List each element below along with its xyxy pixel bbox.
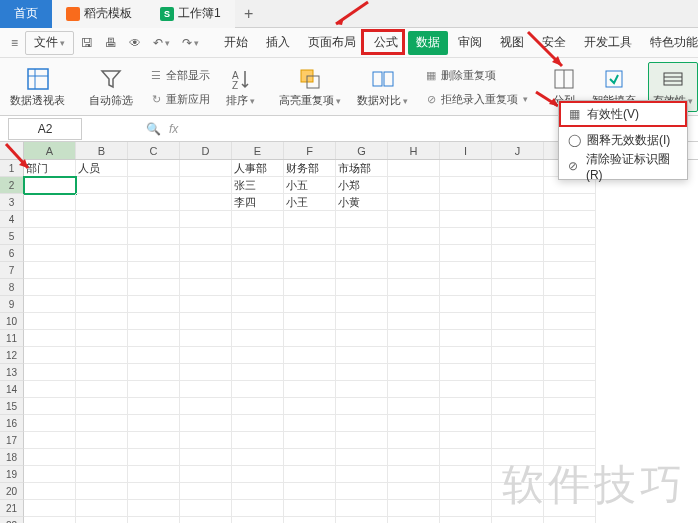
cell-E14[interactable] <box>232 381 284 398</box>
cell-B13[interactable] <box>76 364 128 381</box>
cell-F10[interactable] <box>284 313 336 330</box>
cell-H5[interactable] <box>388 228 440 245</box>
cell-C9[interactable] <box>128 296 180 313</box>
cell-J6[interactable] <box>492 245 544 262</box>
cell-D8[interactable] <box>180 279 232 296</box>
cell-C22[interactable] <box>128 517 180 523</box>
cell-F17[interactable] <box>284 432 336 449</box>
cell-F12[interactable] <box>284 347 336 364</box>
cell-E8[interactable] <box>232 279 284 296</box>
cell-D14[interactable] <box>180 381 232 398</box>
cell-K17[interactable] <box>544 432 596 449</box>
cell-A1[interactable]: 部门 <box>24 160 76 177</box>
dd-circle-invalid[interactable]: ◯ 圈释无效数据(I) <box>559 127 687 153</box>
cell-D13[interactable] <box>180 364 232 381</box>
cell-A13[interactable] <box>24 364 76 381</box>
cell-J4[interactable] <box>492 211 544 228</box>
cell-I12[interactable] <box>440 347 492 364</box>
menu-print-icon[interactable]: 🖶 <box>100 31 122 55</box>
cell-C17[interactable] <box>128 432 180 449</box>
cell-K4[interactable] <box>544 211 596 228</box>
cell-B6[interactable] <box>76 245 128 262</box>
cell-C4[interactable] <box>128 211 180 228</box>
cell-F3[interactable]: 小王 <box>284 194 336 211</box>
cell-E5[interactable] <box>232 228 284 245</box>
dd-validity[interactable]: ▦ 有效性(V) <box>559 101 687 127</box>
cell-H11[interactable] <box>388 330 440 347</box>
cell-D3[interactable] <box>180 194 232 211</box>
cell-J15[interactable] <box>492 398 544 415</box>
cell-J7[interactable] <box>492 262 544 279</box>
cell-A7[interactable] <box>24 262 76 279</box>
col-header-A[interactable]: A <box>24 142 76 159</box>
cell-I2[interactable] <box>440 177 492 194</box>
cell-C7[interactable] <box>128 262 180 279</box>
row-header-20[interactable]: 20 <box>0 483 24 500</box>
col-header-D[interactable]: D <box>180 142 232 159</box>
cell-B12[interactable] <box>76 347 128 364</box>
cell-J12[interactable] <box>492 347 544 364</box>
cell-G20[interactable] <box>336 483 388 500</box>
cell-A16[interactable] <box>24 415 76 432</box>
cell-C14[interactable] <box>128 381 180 398</box>
cell-B15[interactable] <box>76 398 128 415</box>
cell-G21[interactable] <box>336 500 388 517</box>
cell-I6[interactable] <box>440 245 492 262</box>
cell-A15[interactable] <box>24 398 76 415</box>
cell-I9[interactable] <box>440 296 492 313</box>
cell-K10[interactable] <box>544 313 596 330</box>
cell-K8[interactable] <box>544 279 596 296</box>
cell-E7[interactable] <box>232 262 284 279</box>
cell-D1[interactable] <box>180 160 232 177</box>
cell-A9[interactable] <box>24 296 76 313</box>
cell-E21[interactable] <box>232 500 284 517</box>
cell-I11[interactable] <box>440 330 492 347</box>
cell-K13[interactable] <box>544 364 596 381</box>
row-header-10[interactable]: 10 <box>0 313 24 330</box>
cell-K14[interactable] <box>544 381 596 398</box>
cell-E13[interactable] <box>232 364 284 381</box>
cell-D11[interactable] <box>180 330 232 347</box>
cell-K5[interactable] <box>544 228 596 245</box>
cell-E9[interactable] <box>232 296 284 313</box>
col-header-I[interactable]: I <box>440 142 492 159</box>
cell-I22[interactable] <box>440 517 492 523</box>
cell-A8[interactable] <box>24 279 76 296</box>
col-header-B[interactable]: B <box>76 142 128 159</box>
cell-I20[interactable] <box>440 483 492 500</box>
tab-workbook[interactable]: S 工作簿1 <box>146 0 235 28</box>
cell-E4[interactable] <box>232 211 284 228</box>
cell-F6[interactable] <box>284 245 336 262</box>
row-header-2[interactable]: 2 <box>0 177 24 194</box>
cell-B8[interactable] <box>76 279 128 296</box>
cell-D2[interactable] <box>180 177 232 194</box>
cell-F16[interactable] <box>284 415 336 432</box>
cell-C16[interactable] <box>128 415 180 432</box>
cell-D17[interactable] <box>180 432 232 449</box>
name-box[interactable]: A2 <box>8 118 82 140</box>
cell-G7[interactable] <box>336 262 388 279</box>
cell-G3[interactable]: 小黄 <box>336 194 388 211</box>
cell-B9[interactable] <box>76 296 128 313</box>
cell-I15[interactable] <box>440 398 492 415</box>
menu-special[interactable]: 特色功能 <box>642 31 698 55</box>
menu-security[interactable]: 安全 <box>534 31 574 55</box>
cell-E22[interactable] <box>232 517 284 523</box>
menu-review[interactable]: 审阅 <box>450 31 490 55</box>
row-header-11[interactable]: 11 <box>0 330 24 347</box>
row-header-12[interactable]: 12 <box>0 347 24 364</box>
cell-H15[interactable] <box>388 398 440 415</box>
cell-D4[interactable] <box>180 211 232 228</box>
cell-D9[interactable] <box>180 296 232 313</box>
cell-E6[interactable] <box>232 245 284 262</box>
cell-F9[interactable] <box>284 296 336 313</box>
cell-G13[interactable] <box>336 364 388 381</box>
menu-preview-icon[interactable]: 👁 <box>124 31 146 55</box>
cell-K12[interactable] <box>544 347 596 364</box>
tool-data-compare[interactable]: 数据对比 <box>353 62 412 112</box>
row-header-7[interactable]: 7 <box>0 262 24 279</box>
new-tab-button[interactable]: + <box>235 5 263 23</box>
cell-J16[interactable] <box>492 415 544 432</box>
tool-autofilter[interactable]: 自动筛选 <box>85 62 137 112</box>
cell-J13[interactable] <box>492 364 544 381</box>
